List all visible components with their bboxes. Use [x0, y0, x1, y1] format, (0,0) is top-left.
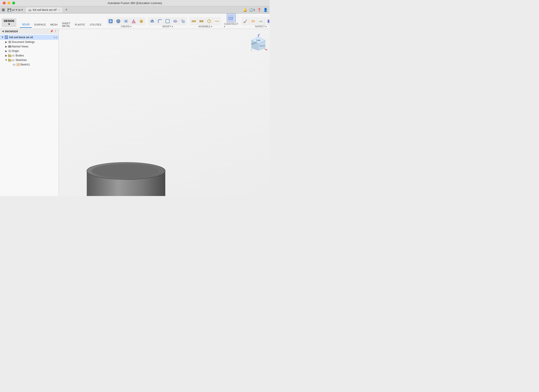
tree-item-root[interactable]: ▼ full soil block set v6 ● ◎ [0, 35, 58, 40]
tree-item-sketches[interactable]: ▼ Sketches [0, 58, 58, 62]
sketches-eye-icon[interactable] [12, 59, 15, 62]
redo-icon[interactable]: ↪ [18, 8, 20, 12]
root-badge-1: ● [54, 36, 55, 39]
sketch-tool[interactable] [122, 18, 130, 25]
svg-rect-25 [228, 17, 233, 20]
updates-badge[interactable]: 🔄 1 [249, 8, 255, 11]
drive-joint-tool[interactable] [206, 18, 213, 25]
push-pull-tool[interactable] [149, 18, 156, 25]
file-tab-icon: 🗂 [28, 8, 31, 12]
modify-label: MODIFY ▾ [162, 25, 173, 28]
undo-icon[interactable]: ↩ [12, 8, 15, 12]
interference-tool[interactable] [250, 18, 257, 25]
scale-tool[interactable] [179, 18, 187, 25]
add-tab-button[interactable]: + [64, 7, 69, 12]
document-icon [5, 35, 8, 39]
tree-arrow-named-views[interactable]: ▶ [5, 45, 8, 48]
doc-settings-label: Document Settings [12, 40, 58, 44]
svg-point-5 [125, 20, 127, 22]
tab-plastic[interactable]: PLASTIC [72, 21, 87, 28]
browser-title: BROWSER [5, 30, 18, 33]
window-controls[interactable] [3, 2, 15, 5]
bodies-label: Bodies [16, 54, 58, 57]
viewport[interactable]: TOP FRONT RIGHT X Z ⊹ ▾ 📐 ✋ [59, 29, 270, 196]
svg-text:in: in [245, 21, 247, 23]
sketches-label: Sketches [16, 58, 58, 62]
tree-item-origin[interactable]: ▶ Origin [0, 49, 58, 53]
user-icon[interactable]: 👤 [263, 8, 268, 12]
svg-text:★: ★ [140, 20, 142, 23]
tree-arrow-bodies[interactable]: ▶ [5, 54, 8, 57]
sketch1-icon: A [16, 63, 20, 66]
assemble-label: ASSEMBLE ▾ [198, 25, 212, 28]
tree-arrow-origin[interactable]: ▶ [5, 49, 8, 53]
tab-sheet-metal[interactable]: SHEET METAL [60, 21, 72, 28]
form-tool[interactable] [130, 18, 137, 25]
maximize-button[interactable] [12, 2, 15, 5]
tree-item-named-views[interactable]: ▶ Named Views [0, 44, 58, 49]
measure-tool[interactable]: in [242, 18, 249, 25]
tree-arrow-sketches[interactable]: ▼ [5, 58, 8, 62]
svg-point-72 [92, 164, 160, 178]
construct-label: CONSTRUCT ▾ [224, 23, 238, 28]
sketch1-eye-icon[interactable] [13, 63, 16, 66]
tree-arrow-doc-settings[interactable]: ▶ [5, 40, 8, 44]
tab-solid[interactable]: SOLID [20, 21, 32, 28]
joint-tool[interactable] [190, 18, 197, 25]
svg-rect-51 [8, 46, 11, 47]
save-icon[interactable]: 💾 [7, 8, 11, 12]
motion-study-tool[interactable] [213, 18, 220, 25]
browser-collapse-btn[interactable]: ◀ [2, 30, 4, 33]
accessibility-tool[interactable] [265, 18, 270, 25]
tab-utilities[interactable]: UTILITIES [87, 21, 103, 28]
special-tool[interactable]: ★ [138, 18, 145, 25]
svg-rect-11 [166, 19, 169, 23]
tree-arrow-root[interactable]: ▼ [1, 36, 4, 39]
window-title: Autodesk Fusion 360 (Education License) [108, 1, 162, 5]
new-component-tool[interactable] [107, 18, 114, 25]
curvature-tool[interactable] [257, 18, 265, 25]
named-views-icon [8, 45, 11, 48]
minimize-button[interactable] [7, 2, 10, 5]
body-tool[interactable] [115, 18, 122, 25]
ribbon: DESIGN ▾ SOLID SURFACE MESH SHEET METAL … [0, 14, 270, 29]
svg-point-3 [116, 19, 120, 23]
file-tab-close[interactable]: × [58, 9, 60, 11]
create-label: CREATE ▾ [121, 25, 132, 28]
file-tab[interactable]: 🗂 full soil block set v6* × [25, 7, 63, 13]
tree-item-doc-settings[interactable]: ▶ Document Settings [0, 40, 58, 44]
tab-mesh[interactable]: MESH [48, 21, 60, 28]
origin-icon [8, 49, 11, 53]
workspace-icon[interactable]: ⊞ [2, 8, 5, 12]
viewcube[interactable]: TOP FRONT RIGHT X Z [247, 34, 265, 52]
rigid-group-tool[interactable] [198, 18, 205, 25]
fillet-tool[interactable] [156, 18, 164, 25]
combine-tool[interactable] [172, 18, 179, 25]
svg-rect-19 [200, 20, 201, 22]
assemble-group: ASSEMBLE ▾ [190, 18, 220, 28]
bodies-eye-icon[interactable] [12, 54, 15, 57]
tab-bar: ⊞ 💾 ↩ ▾ ↪ ▾ 🗂 full soil block set v6* × … [0, 6, 270, 14]
svg-point-33 [253, 20, 255, 22]
help-icon[interactable]: ❓ [257, 8, 261, 12]
browser-tree: ▼ full soil block set v6 ● ◎ ▶ Document … [0, 34, 58, 196]
browser-menu-btn[interactable]: ⋮ [54, 30, 57, 33]
tab-surface[interactable]: SURFACE [32, 21, 48, 28]
inspect-group: in INSPECT ▾ [242, 18, 270, 28]
svg-marker-22 [209, 20, 210, 21]
svg-marker-6 [132, 19, 135, 23]
tree-item-sketch1[interactable]: ▶ A Sketch1 [0, 62, 58, 67]
offset-plane-tool[interactable] [227, 13, 236, 22]
browser-pin-btn[interactable]: 📌 [50, 30, 53, 33]
design-dropdown[interactable]: DESIGN ▾ [2, 18, 16, 27]
notifications-icon[interactable]: 🔔 [243, 8, 247, 12]
close-button[interactable] [3, 2, 6, 5]
main-area: ◀ BROWSER 📌 ⋮ ▼ full soil block set v6 ●… [0, 29, 270, 196]
svg-point-58 [13, 55, 14, 56]
undo-dropdown[interactable]: ▾ [16, 9, 17, 11]
viewcube-svg[interactable]: TOP FRONT RIGHT X Z [247, 34, 267, 54]
svg-rect-9 [151, 20, 154, 22]
tree-item-bodies[interactable]: ▶ Bodies [0, 53, 58, 58]
shell-tool[interactable] [164, 18, 171, 25]
redo-dropdown[interactable]: ▾ [21, 9, 23, 11]
